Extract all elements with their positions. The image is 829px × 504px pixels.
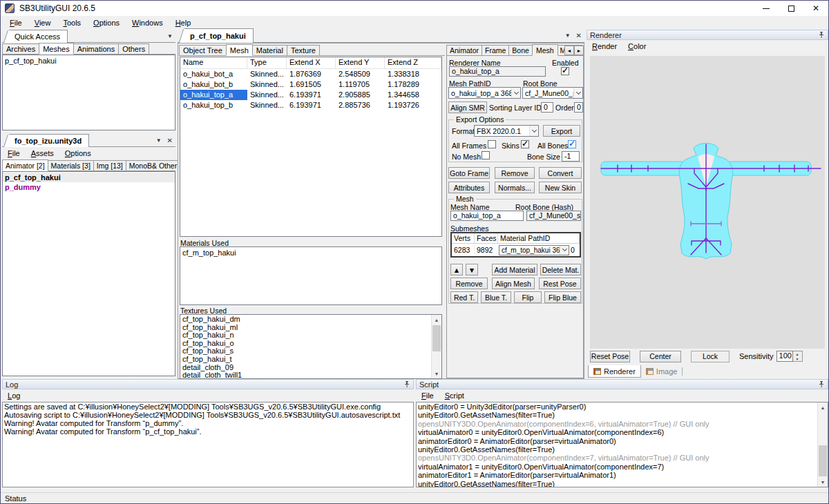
rest-pose-button[interactable]: Rest Pose xyxy=(539,278,581,289)
flip-button[interactable]: Flip xyxy=(514,291,542,303)
list-item[interactable]: cf_m_top_hakui xyxy=(180,248,441,258)
tab-scroll-left-icon[interactable]: ◄ xyxy=(564,46,574,55)
format-combo[interactable]: FBX 2020.0.1 xyxy=(474,125,539,137)
tab-img[interactable]: Img [13] xyxy=(93,160,126,171)
scroll-up-icon[interactable]: ▲ xyxy=(432,315,441,324)
sensitivity-value[interactable]: 100 xyxy=(776,351,793,362)
script-scrollbar[interactable]: ▲ ▼ xyxy=(817,403,828,487)
list-item[interactable]: p_dummy xyxy=(3,182,175,192)
col-material-pathid[interactable]: Material PathID xyxy=(498,233,580,243)
script-menu-script[interactable]: Script xyxy=(439,389,470,402)
tab-archive-file[interactable]: fo_top_izu.unity3d xyxy=(9,134,89,147)
minimize-button[interactable] xyxy=(754,1,779,16)
tab-mesh-editor[interactable]: Mesh xyxy=(532,44,558,56)
col-type[interactable]: Type xyxy=(247,57,287,68)
color-menu[interactable]: Color xyxy=(622,40,651,52)
close-tab-icon[interactable]: ✕ xyxy=(167,137,173,144)
tab-list-dropdown-icon[interactable]: ▼ xyxy=(565,33,571,39)
table-row[interactable]: o_hakui_top_b Skinned... 6.193971 2.8857… xyxy=(180,100,441,110)
remove-frame-button[interactable]: Remove xyxy=(495,167,535,179)
attributes-button[interactable]: Attributes xyxy=(448,182,490,193)
mesh-pathid-combo[interactable]: o_hakui_top_a 36810861 xyxy=(448,87,521,99)
skins-checkbox[interactable] xyxy=(521,140,529,148)
close-button[interactable]: ✕ xyxy=(803,1,828,16)
list-item[interactable]: detail_cloth_twill1 xyxy=(180,371,431,379)
col-verts[interactable]: Verts xyxy=(452,233,475,243)
log-text[interactable]: Settings are saved at C:¥illusion¥HoneyS… xyxy=(2,402,414,487)
col-extend-y[interactable]: Extend Y xyxy=(336,57,385,68)
table-row[interactable]: o_hakui_bot_b Skinned... 1.691505 1.1197… xyxy=(180,79,441,90)
normals-button[interactable]: Normals... xyxy=(495,182,535,193)
tab-texture[interactable]: Texture xyxy=(287,45,320,55)
spin-up-icon[interactable]: ▲ xyxy=(793,351,802,356)
center-button[interactable]: Center xyxy=(640,351,681,362)
render-viewport[interactable] xyxy=(590,56,825,349)
add-material-button[interactable]: Add Material xyxy=(492,264,537,275)
bone-size-input[interactable]: -1 xyxy=(562,151,580,162)
all-bones-checkbox[interactable] xyxy=(568,140,576,148)
tab-materials[interactable]: Materials [3] xyxy=(48,160,94,171)
menu-file[interactable]: File xyxy=(3,16,28,30)
close-document-icon[interactable]: ✕ xyxy=(576,32,582,39)
sensitivity-stepper[interactable]: 100 ▲ ▼ xyxy=(776,351,803,362)
tab-bone[interactable]: Bone xyxy=(508,45,533,55)
root-bone-hash-input[interactable]: cf_J_Mune00_s_R xyxy=(526,211,581,221)
move-up-icon[interactable]: ▲ xyxy=(450,264,463,275)
submesh-row[interactable]: 6283 9892 cf_m_top_hakui 3681086... 0 xyxy=(452,244,580,256)
red-t-button[interactable]: Red T. xyxy=(450,291,478,303)
reset-pose-button[interactable]: Reset Pose xyxy=(590,351,630,362)
tab-renderer[interactable]: Renderer xyxy=(588,365,641,378)
log-menu[interactable]: Log xyxy=(2,389,26,402)
tab-quick-access[interactable]: Quick Access xyxy=(9,30,68,43)
scroll-down-icon[interactable]: ▼ xyxy=(818,477,828,487)
scrollbar-thumb[interactable] xyxy=(819,445,827,476)
align-mesh-button[interactable]: Align Mesh xyxy=(492,278,535,289)
mesh-name-input[interactable]: o_hakui_top_a xyxy=(450,211,524,221)
tab-frame[interactable]: Frame xyxy=(482,45,509,55)
scrollbar-thumb[interactable] xyxy=(432,325,441,351)
tab-animator-editor[interactable]: Animator xyxy=(446,45,482,55)
col-extend-x[interactable]: Extend X xyxy=(287,57,336,68)
archive-menu-file[interactable]: File xyxy=(2,147,26,159)
archive-menu-options[interactable]: Options xyxy=(59,147,97,159)
tab-meshes[interactable]: Meshes xyxy=(39,43,74,55)
col-name[interactable]: Name xyxy=(180,57,247,68)
move-down-icon[interactable]: ▼ xyxy=(466,264,478,275)
tab-material[interactable]: Material xyxy=(252,45,287,55)
scroll-up-icon[interactable]: ▲ xyxy=(818,403,828,412)
renderer-name-input[interactable]: o_hakui_top_a xyxy=(449,66,546,77)
maximize-button[interactable] xyxy=(779,1,803,16)
enabled-checkbox[interactable] xyxy=(561,67,569,75)
col-faces[interactable]: Faces xyxy=(475,233,498,243)
tab-image[interactable]: Image xyxy=(641,365,683,378)
spin-down-icon[interactable]: ▼ xyxy=(793,356,802,361)
script-text[interactable]: unityEditor0 = Unity3dEditor(parser=unit… xyxy=(416,402,828,487)
table-row[interactable]: o_hakui_bot_a Skinned... 1.876369 2.5485… xyxy=(180,69,441,79)
export-button[interactable]: Export xyxy=(543,125,580,137)
goto-frame-button[interactable]: Goto Frame xyxy=(448,167,490,179)
all-frames-checkbox[interactable] xyxy=(488,140,496,148)
script-menu-file[interactable]: File xyxy=(416,389,439,402)
pin-icon[interactable] xyxy=(403,380,410,388)
tab-object-tree[interactable]: Object Tree xyxy=(179,45,227,55)
list-item[interactable]: cf_top_hakui_t xyxy=(180,356,431,364)
list-item[interactable]: cf_top_hakui_dm xyxy=(180,316,431,324)
tab-document[interactable]: p_cf_top_hakui xyxy=(184,28,254,43)
tab-list-dropdown-icon[interactable]: ▼ xyxy=(167,34,173,39)
tab-list-dropdown-icon[interactable]: ▼ xyxy=(156,138,162,144)
textures-scrollbar[interactable]: ▲ ▼ xyxy=(431,315,441,378)
pin-icon[interactable] xyxy=(818,380,825,388)
scroll-down-icon[interactable]: ▼ xyxy=(432,369,441,378)
list-item[interactable]: p_cf_top_hakui xyxy=(3,56,175,66)
menu-help[interactable]: Help xyxy=(169,16,198,30)
menu-view[interactable]: View xyxy=(28,16,57,30)
archive-menu-assets[interactable]: Assets xyxy=(26,147,59,159)
tab-animator[interactable]: Animator [2] xyxy=(2,159,48,171)
lock-button[interactable]: Lock xyxy=(691,351,730,362)
menu-windows[interactable]: Windows xyxy=(126,16,169,30)
flip-blue-button[interactable]: Flip Blue xyxy=(544,291,581,303)
order-input[interactable]: 0 xyxy=(574,102,583,113)
material-pathid-combo[interactable]: cf_m_top_hakui 3681086... xyxy=(499,245,569,255)
mesh-table-header[interactable]: Name Type Extend X Extend Y Extend Z xyxy=(180,57,441,69)
table-row[interactable]: o_hakui_top_a Skinned... 6.193971 2.9058… xyxy=(180,90,441,100)
